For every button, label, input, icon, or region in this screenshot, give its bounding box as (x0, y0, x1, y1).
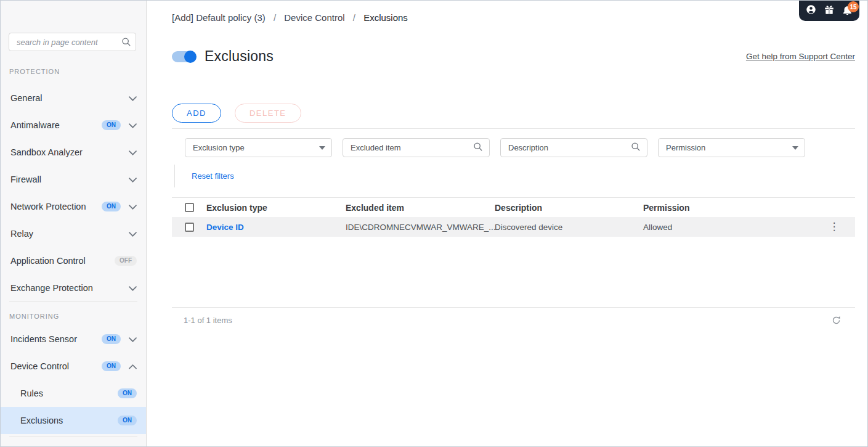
sidebar-item-network-protection[interactable]: Network Protection ON (1, 193, 146, 220)
search-input[interactable] (9, 33, 136, 51)
account-bar: 15 (799, 1, 859, 21)
chevron-down-icon (129, 202, 137, 211)
status-badge: ON (102, 202, 121, 211)
notifications-bell-icon[interactable]: 15 (842, 6, 853, 16)
chevron-down-icon (129, 120, 137, 130)
reset-filters-link[interactable]: Reset filters (192, 171, 234, 181)
chevron-down-icon (129, 93, 137, 103)
exclusion-type-filter-select[interactable]: Exclusion type (185, 138, 332, 157)
breadcrumb: [Add] Default policy (3) / Device Contro… (172, 1, 855, 23)
chevron-down-icon (129, 283, 137, 293)
excluded-item-filter-input[interactable] (351, 143, 473, 152)
sidebar-item-exclusions[interactable]: Exclusions ON (1, 407, 146, 434)
row-excluded-item: IDE\CDROMNECVMWAR_VMWARE_... (346, 223, 495, 232)
column-header-excluded-item[interactable]: Excluded item (346, 203, 495, 213)
sidebar-item-incidents-sensor[interactable]: Incidents Sensor ON (1, 326, 146, 353)
add-button[interactable]: ADD (172, 104, 221, 123)
search-icon (121, 37, 131, 49)
notification-count-badge: 15 (848, 1, 859, 12)
gift-icon[interactable] (824, 5, 834, 17)
delete-button[interactable]: DELETE (235, 104, 301, 123)
status-badge: ON (102, 334, 121, 344)
main-content: [Add] Default policy (3) / Device Contro… (147, 1, 867, 446)
sidebar-item-antimalware[interactable]: Antimalware ON (1, 112, 146, 139)
chevron-down-icon (129, 334, 137, 344)
page-title: Exclusions (205, 48, 274, 65)
sidebar: PROTECTION General Antimalware ON Sandbo… (1, 1, 147, 446)
description-filter[interactable] (500, 138, 647, 157)
row-description: Discovered device (495, 223, 643, 232)
sidebar-item-sandbox-analyzer[interactable]: Sandbox Analyzer (1, 139, 146, 166)
table-row[interactable]: Device ID IDE\CDROMNECVMWAR_VMWARE_... D… (172, 217, 855, 237)
search-icon (631, 142, 641, 154)
chevron-down-icon (129, 147, 137, 157)
sidebar-item-device-control[interactable]: Device Control ON (1, 353, 146, 380)
filters-row: Exclusion type Permission (185, 138, 855, 157)
column-header-exclusion-type[interactable]: Exclusion type (198, 203, 346, 213)
sidebar-item-application-control[interactable]: Application Control OFF (1, 247, 146, 274)
row-permission: Allowed (643, 223, 823, 232)
monitoring-nav: Incidents Sensor ON Device Control ON Ru… (1, 326, 146, 434)
excluded-item-filter[interactable] (343, 138, 490, 157)
section-label-monitoring: MONITORING (9, 312, 146, 321)
row-checkbox[interactable] (185, 223, 194, 232)
toolbar: ADD DELETE (172, 104, 855, 123)
sidebar-item-rules[interactable]: Rules ON (1, 380, 146, 407)
reset-filters-row: Reset filters (174, 165, 855, 187)
sidebar-item-firewall[interactable]: Firewall (1, 166, 146, 193)
breadcrumb-separator: / (353, 12, 355, 23)
breadcrumb-device-control[interactable]: Device Control (284, 12, 344, 23)
search-icon (473, 142, 483, 154)
toggle-knob (184, 51, 197, 63)
permission-filter-select[interactable]: Permission (658, 138, 805, 157)
description-filter-input[interactable] (508, 143, 631, 152)
status-badge: ON (102, 361, 121, 371)
row-exclusion-type-link[interactable]: Device ID (206, 223, 244, 232)
chevron-up-icon (129, 361, 137, 371)
exclusions-toggle[interactable] (172, 51, 195, 62)
status-badge: ON (118, 416, 137, 425)
section-label-protection: PROTECTION (9, 67, 146, 76)
caret-down-icon (792, 146, 798, 150)
list-footer: 1-1 of 1 items (172, 307, 855, 325)
sidebar-divider (9, 301, 137, 302)
column-header-description[interactable]: Description (495, 203, 643, 213)
support-center-link[interactable]: Get help from Support Center (746, 52, 855, 61)
refresh-icon[interactable] (832, 316, 841, 325)
user-account-icon[interactable] (806, 4, 816, 17)
toolbar-divider (172, 128, 855, 129)
sidebar-search (9, 33, 136, 51)
status-badge: ON (102, 120, 121, 130)
chevron-down-icon (129, 229, 137, 239)
row-actions-kebab-icon[interactable]: ⋮ (829, 222, 840, 232)
protection-nav: General Antimalware ON Sandbox Analyzer … (1, 84, 146, 301)
caret-down-icon (319, 146, 325, 150)
status-badge: ON (118, 388, 137, 398)
items-count: 1-1 of 1 items (184, 316, 232, 325)
table-header-row: Exclusion type Excluded item Description… (172, 197, 855, 217)
sidebar-bottom-divider (9, 437, 137, 437)
breadcrumb-exclusions: Exclusions (363, 12, 408, 23)
page-header: Exclusions Get help from Support Center (172, 48, 855, 65)
column-header-permission[interactable]: Permission (643, 203, 823, 213)
sidebar-item-general[interactable]: General (1, 84, 146, 112)
sidebar-item-relay[interactable]: Relay (1, 220, 146, 247)
breadcrumb-policy[interactable]: [Add] Default policy (3) (172, 12, 266, 23)
exclusions-table: Exclusion type Excluded item Description… (172, 197, 855, 237)
chevron-down-icon (129, 174, 137, 184)
sidebar-item-exchange-protection[interactable]: Exchange Protection (1, 274, 146, 301)
status-badge: OFF (115, 256, 137, 266)
select-all-checkbox[interactable] (185, 203, 194, 212)
breadcrumb-separator: / (274, 12, 276, 23)
policy-settings-screen: PROTECTION General Antimalware ON Sandbo… (0, 0, 868, 447)
